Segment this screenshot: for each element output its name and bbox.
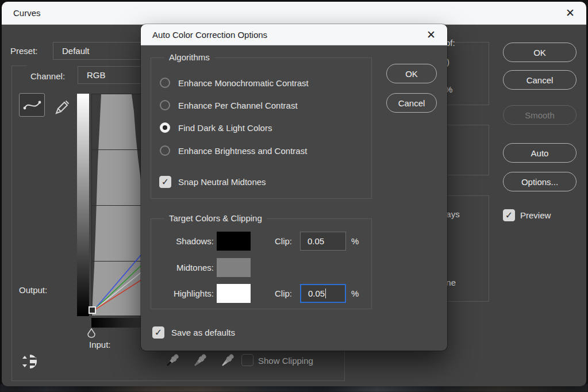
check-icon: ✓ xyxy=(505,211,513,220)
channel-dropdown[interactable]: RGB xyxy=(78,66,149,84)
output-label: Output: xyxy=(19,285,47,295)
cancel-button[interactable]: Cancel xyxy=(503,70,577,90)
auto-button[interactable]: Auto xyxy=(503,143,577,163)
pencil-tool-button[interactable] xyxy=(50,94,73,116)
shadows-swatch[interactable] xyxy=(217,232,251,251)
channel-value: RGB xyxy=(87,70,106,80)
highlights-clip-value: 0.05 xyxy=(308,289,325,298)
expand-view-toggle-icon[interactable] xyxy=(20,353,39,372)
midtones-swatch[interactable] xyxy=(217,258,251,277)
radio-label: Enhance Per Channel Contrast xyxy=(178,101,298,110)
set-black-point-eyedropper[interactable] xyxy=(163,351,180,374)
radio-label: Find Dark & Light Colors xyxy=(178,123,272,133)
highlights-swatch[interactable] xyxy=(217,284,251,303)
save-as-defaults-label: Save as defaults xyxy=(171,328,235,337)
highlights-clip-input[interactable]: 0.05 xyxy=(300,284,346,303)
cancel-button-label: Cancel xyxy=(526,75,554,85)
snap-neutral-midtones-checkbox[interactable]: ✓ xyxy=(159,176,171,188)
snap-neutral-midtones-label: Snap Neutral Midtones xyxy=(178,177,266,187)
curves-titlebar: Curves ✕ xyxy=(2,2,586,25)
smooth-button[interactable]: Smooth xyxy=(503,105,577,125)
save-as-defaults-checkbox[interactable]: ✓ xyxy=(152,326,164,339)
screen: Curves ✕ Preset: Default Channel: RGB xyxy=(0,0,588,392)
pencil-icon xyxy=(52,96,71,114)
check-icon: ✓ xyxy=(162,178,169,187)
channel-label: Channel: xyxy=(30,71,65,81)
preset-dropdown[interactable]: Default xyxy=(53,42,144,60)
shadows-clip-value: 0.05 xyxy=(308,236,324,246)
auto-button-label: Auto xyxy=(531,148,549,158)
modal-ok-button[interactable]: OK xyxy=(386,64,437,83)
ok-button[interactable]: OK xyxy=(503,43,577,62)
radio-label: Enhance Brightness and Contrast xyxy=(178,146,307,156)
shadows-clip-label: Clip: xyxy=(275,236,292,246)
algorithms-legend: Algorithms xyxy=(164,52,214,62)
modal-titlebar: Auto Color Correction Options ✕ xyxy=(141,24,447,45)
ok-button-label: OK xyxy=(533,48,546,57)
modal-ok-label: OK xyxy=(405,69,418,79)
highlights-clip-unit: % xyxy=(351,289,359,298)
curve-point-tool-button[interactable] xyxy=(19,93,45,117)
shadows-clip-unit: % xyxy=(351,236,359,246)
shadows-label: Shadows: xyxy=(158,236,214,246)
show-clipping-checkbox[interactable]: ✓ xyxy=(241,354,253,366)
preset-label: Preset: xyxy=(10,46,38,56)
target-colors-legend: Target Colors & Clipping xyxy=(164,213,267,223)
options-button-label: Options... xyxy=(521,177,558,187)
curve-anchor-point[interactable] xyxy=(89,306,96,314)
modal-cancel-label: Cancel xyxy=(398,98,425,108)
radio-enhance-brightness-contrast[interactable] xyxy=(160,145,170,156)
set-white-point-eyedropper[interactable] xyxy=(218,351,235,374)
modal-title: Auto Color Correction Options xyxy=(152,30,267,40)
preset-value: Default xyxy=(62,46,90,56)
radio-find-dark-light-colors[interactable] xyxy=(160,122,170,133)
shadows-clip-input[interactable]: 0.05 xyxy=(300,232,346,251)
highlights-clip-label: Clip: xyxy=(275,289,292,298)
preview-label: Preview xyxy=(520,210,551,220)
smooth-button-label: Smooth xyxy=(525,110,555,120)
set-gray-point-eyedropper[interactable] xyxy=(190,351,207,374)
output-gradient-bar xyxy=(77,94,89,316)
curves-close-icon[interactable]: ✕ xyxy=(566,7,575,18)
midtones-label: Midtones: xyxy=(158,263,214,272)
auto-color-correction-dialog: Auto Color Correction Options ✕ Algorith… xyxy=(141,24,447,351)
input-label: Input: xyxy=(89,340,111,349)
radio-enhance-per-channel-contrast[interactable] xyxy=(160,100,170,110)
radio-enhance-monochromatic-contrast[interactable] xyxy=(160,78,170,88)
curves-title: Curves xyxy=(13,8,41,18)
text-caret xyxy=(325,289,326,298)
curve-tool-icon xyxy=(22,98,42,113)
modal-close-icon[interactable]: ✕ xyxy=(426,29,436,40)
modal-cancel-button[interactable]: Cancel xyxy=(386,93,437,113)
preview-checkbox[interactable]: ✓ xyxy=(503,209,515,221)
show-clipping-label: Show Clipping xyxy=(258,356,313,366)
check-icon: ✓ xyxy=(155,328,162,337)
radio-label: Enhance Monochromatic Contrast xyxy=(178,78,309,88)
highlights-label: Highlights: xyxy=(158,289,214,298)
options-button[interactable]: Options... xyxy=(503,172,577,191)
